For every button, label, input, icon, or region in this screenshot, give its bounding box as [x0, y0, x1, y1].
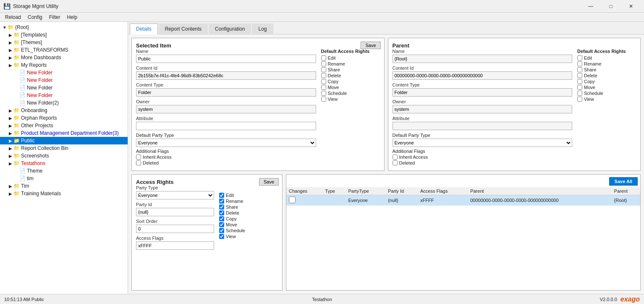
statusbar-time: 10:51:13 AM Public [4, 297, 216, 302]
tab-details[interactable]: Details [130, 24, 158, 34]
selected-schedule-checkbox[interactable] [321, 91, 326, 96]
sidebar-item-label: Other Projects [21, 123, 53, 128]
menu-help[interactable]: Help [63, 13, 81, 21]
parent-attribute-field: Attribute [393, 116, 573, 130]
sidebar-item-templates[interactable]: ▶ 📁 [Templates] [0, 31, 128, 39]
menu-config[interactable]: Config [24, 13, 46, 21]
selected-edit-row: Edit [321, 55, 380, 60]
selected-attribute-input[interactable] [136, 122, 316, 130]
selected-edit-checkbox[interactable] [321, 55, 326, 60]
ar-delete-checkbox[interactable] [219, 210, 224, 215]
save-all-button[interactable]: Save All [609, 177, 638, 186]
sidebar-item-report-collection[interactable]: ▶ 📁 Report Collection Bin [0, 144, 128, 152]
menu-reload[interactable]: Reload [2, 13, 24, 21]
sidebar-item-public[interactable]: ▶ 📁 Public [0, 137, 128, 144]
menu-filter[interactable]: Filter [46, 13, 64, 21]
sidebar-item-newfolder1[interactable]: 📄 New Folder [0, 69, 128, 76]
sidebar-item-other-projects[interactable]: ▶ 📁 Other Projects [0, 122, 128, 129]
selected-item-save-button[interactable]: Save [361, 42, 380, 49]
maximize-button[interactable]: □ [601, 0, 620, 13]
sidebar-item-testathons[interactable]: ▶ 📁 Testathons [0, 160, 128, 167]
sidebar-item-tim-upper[interactable]: ▶ 📁 Tim [0, 182, 128, 190]
selected-inherit-access-checkbox[interactable] [136, 155, 141, 160]
selected-content-type-input[interactable] [136, 88, 316, 97]
tab-configuration[interactable]: Configuration [209, 24, 251, 34]
parent-party-type-select[interactable]: Everyone [393, 139, 573, 147]
ar-rename-label: Rename [226, 199, 243, 204]
selected-copy-row: Copy [321, 79, 380, 84]
table-row[interactable]: Everyone {null} xFFFF 00000000-0000-0000… [286, 195, 640, 206]
sidebar-item-screenshots[interactable]: ▶ 📁 Screenshots [0, 152, 128, 160]
minimize-button[interactable]: — [581, 0, 600, 13]
sidebar-item-etl[interactable]: ▶ 📁 ETL_TRANSFORMS [0, 46, 128, 54]
ar-schedule-checkbox[interactable] [219, 228, 224, 233]
parent-delete-checkbox[interactable] [577, 73, 582, 78]
access-rights-save-button[interactable]: Save [259, 178, 279, 186]
access-rights-inner: Party Type Everyone Party Id Sort Order [136, 185, 278, 252]
parent-edit-checkbox[interactable] [577, 55, 582, 60]
selected-view-checkbox[interactable] [321, 97, 326, 102]
parent-copy-checkbox[interactable] [577, 79, 582, 84]
sidebar-item-label: {Root} [15, 24, 29, 30]
tab-log[interactable]: Log [252, 24, 273, 34]
sidebar-item-newfolder2[interactable]: 📄 New Folder [0, 76, 128, 84]
parent-share-row: Share [577, 67, 636, 72]
parent-share-checkbox[interactable] [577, 67, 582, 72]
selected-delete-checkbox[interactable] [321, 73, 326, 78]
selected-rename-checkbox[interactable] [321, 61, 326, 66]
ar-move-checkbox[interactable] [219, 222, 224, 227]
sidebar-item-newfolder-2[interactable]: 📄 New Folder(2) [0, 99, 128, 107]
sidebar-item-label: Report Collection Bin [21, 145, 68, 151]
ar-copy-checkbox[interactable] [219, 216, 224, 221]
selected-party-type-select[interactable]: Everyone [136, 139, 316, 147]
selected-inherit-access-label: Inherit Access [143, 155, 171, 160]
ar-share-checkbox[interactable] [219, 204, 224, 210]
close-button[interactable]: ✕ [621, 0, 641, 13]
sidebar-item-label: New Folder(2) [27, 100, 59, 106]
sidebar-item-newfolder4[interactable]: 📄 New Folder [0, 92, 128, 99]
expand-icon: ▶ [8, 184, 13, 189]
sidebar-item-training[interactable]: ▶ 📁 Training Materials [0, 190, 128, 197]
ar-sort-order-input[interactable] [136, 225, 214, 233]
ar-party-id-input[interactable] [136, 208, 214, 216]
ar-edit-checkbox[interactable] [219, 193, 224, 198]
sidebar-item-orphan-reports[interactable]: ▶ 📁 Orphan Reports [0, 114, 128, 122]
parent-content-type-field: Content Type [393, 82, 573, 97]
cell-parent1: 00000000-0000-0000-0000-000000000000 [468, 195, 611, 206]
selected-attribute-label: Attribute [136, 116, 316, 121]
row-changes-checkbox[interactable] [289, 197, 296, 203]
sidebar-item-label: [Templates] [21, 32, 47, 38]
selected-item-panel: Selected Item Save Name Content Id [131, 38, 385, 171]
ar-party-type-select[interactable]: Everyone [136, 191, 214, 199]
sidebar-item-onboarding[interactable]: ▶ 📁 Onboarding [0, 107, 128, 114]
main-layout: ▼ 📁 {Root} ▶ 📁 [Templates] ▶ 📁 [Themes] … [0, 22, 644, 294]
parent-move-checkbox[interactable] [577, 85, 582, 90]
parent-schedule-checkbox[interactable] [577, 91, 582, 96]
selected-move-checkbox[interactable] [321, 85, 326, 90]
sidebar-item-more-dashboards[interactable]: ▶ 📁 More Dashboards [0, 54, 128, 61]
sidebar-item-my-reports[interactable]: ▶ 📁 My Reports [0, 61, 128, 69]
ar-rename-checkbox[interactable] [219, 199, 224, 204]
parent-rename-checkbox[interactable] [577, 61, 582, 66]
sidebar-item-theme[interactable]: 📄 Theme [0, 167, 128, 175]
ar-access-flags-label: Access Flags [136, 236, 214, 241]
selected-deleted-checkbox[interactable] [136, 160, 141, 165]
tab-report-contents[interactable]: Report Contents [159, 24, 208, 34]
sidebar-item-tim-lower[interactable]: 📄 tim [0, 175, 128, 182]
sidebar-item-newfolder3[interactable]: 📄 New Folder [0, 84, 128, 92]
sidebar-item-product-mgmt[interactable]: ▶ 📁 Product Management Department Folder… [0, 129, 128, 137]
selected-owner-input[interactable] [136, 105, 316, 113]
selected-name-input[interactable] [136, 55, 316, 63]
selected-copy-checkbox[interactable] [321, 79, 326, 84]
sidebar-item-root[interactable]: ▼ 📁 {Root} [0, 24, 128, 31]
parent-inner: Name Content Id Content Type [393, 49, 636, 166]
parent-view-checkbox[interactable] [577, 97, 582, 102]
ar-view-checkbox[interactable] [219, 234, 224, 239]
selected-content-id-input[interactable] [136, 71, 316, 80]
parent-deleted-checkbox[interactable] [393, 160, 398, 165]
parent-inherit-access-checkbox[interactable] [393, 155, 398, 160]
ar-access-flags-input[interactable] [136, 241, 214, 250]
parent-copy-label: Copy [584, 79, 595, 84]
sidebar-item-themes[interactable]: ▶ 📁 [Themes] [0, 39, 128, 46]
selected-share-checkbox[interactable] [321, 67, 326, 72]
